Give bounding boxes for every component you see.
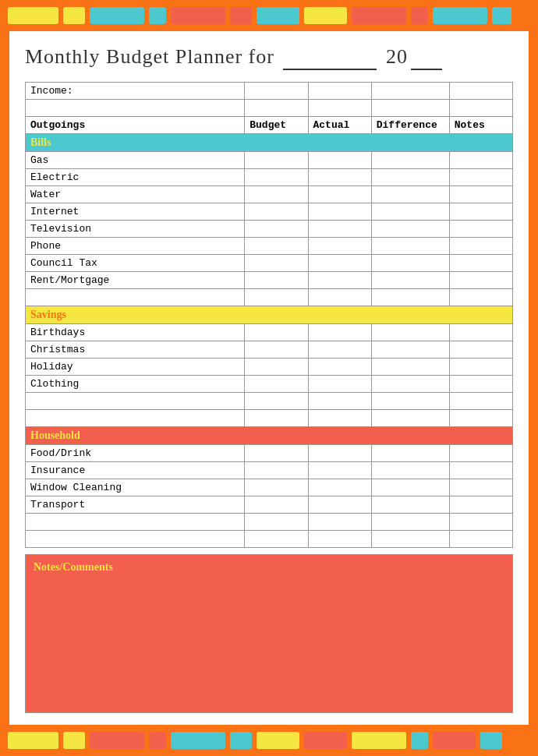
col-header-outgoings: Outgoings xyxy=(26,117,245,134)
household-insurance-row: Insurance xyxy=(26,462,513,479)
budget-table: Income: Outgoings Budget Actual Differen… xyxy=(25,82,513,548)
bills-council-tax-row: Council Tax xyxy=(26,255,513,272)
bottom-bar-block xyxy=(433,732,476,749)
top-bar-block xyxy=(230,7,252,24)
household-food-drink-row: Food/Drink xyxy=(26,445,513,462)
bills-rent-mortgage-label: Rent/Mortgage xyxy=(26,272,245,289)
bills-gas-actual xyxy=(308,152,371,169)
col-header-difference: Difference xyxy=(371,117,449,134)
top-decorative-bar xyxy=(0,0,538,31)
bills-gas-row: Gas xyxy=(26,152,513,169)
top-bar-block xyxy=(304,7,347,24)
bottom-bar-block xyxy=(230,732,252,749)
household-blank-1 xyxy=(26,514,513,531)
bills-gas-budget xyxy=(245,152,308,169)
bills-gas-notes xyxy=(449,152,512,169)
savings-clothing-row: Clothing xyxy=(26,376,513,393)
top-bar-block xyxy=(8,7,58,24)
household-window-cleaning-row: Window Cleaning xyxy=(26,479,513,496)
savings-holiday-label: Holiday xyxy=(26,359,245,376)
income-actual xyxy=(308,83,371,100)
bills-rent-mortgage-row: Rent/Mortgage xyxy=(26,272,513,289)
household-transport-label: Transport xyxy=(26,496,245,514)
top-bar-block xyxy=(352,7,406,24)
bills-television-row: Television xyxy=(26,221,513,238)
top-bar-block xyxy=(257,7,299,24)
bottom-bar-block xyxy=(8,732,58,749)
top-bar-block xyxy=(433,7,487,24)
household-transport-row: Transport xyxy=(26,496,513,514)
bills-internet-row: Internet xyxy=(26,203,513,221)
savings-christmas-label: Christmas xyxy=(26,341,245,359)
bottom-bar-block xyxy=(149,732,166,749)
bills-electric-row: Electric xyxy=(26,169,513,186)
bills-gas-label: Gas xyxy=(26,152,245,169)
section-header-bills: Bills xyxy=(26,134,513,152)
notes-comments-section: Notes/Comments xyxy=(25,554,513,713)
title-year-blank xyxy=(411,45,442,70)
title-name-blank xyxy=(283,45,377,70)
savings-clothing-label: Clothing xyxy=(26,376,245,393)
top-bar-block xyxy=(90,7,144,24)
household-food-drink-label: Food/Drink xyxy=(26,445,245,462)
col-header-budget: Budget xyxy=(245,117,308,134)
bills-water-row: Water xyxy=(26,186,513,203)
bills-phone-row: Phone xyxy=(26,238,513,255)
bottom-bar-block xyxy=(304,732,347,749)
bottom-bar-block xyxy=(411,732,428,749)
household-label: Household xyxy=(26,427,513,445)
household-window-cleaning-label: Window Cleaning xyxy=(26,479,245,496)
section-header-household: Household xyxy=(26,427,513,445)
bottom-decorative-bar xyxy=(0,725,538,756)
page-title: Monthly Budget Planner for 20 xyxy=(25,45,513,70)
bills-label: Bills xyxy=(26,134,513,152)
bills-phone-label: Phone xyxy=(26,238,245,255)
household-insurance-label: Insurance xyxy=(26,462,245,479)
main-content: Monthly Budget Planner for 20 Income: O xyxy=(9,31,529,725)
savings-birthdays-row: Birthdays xyxy=(26,324,513,341)
household-blank-2 xyxy=(26,531,513,548)
income-difference xyxy=(371,83,449,100)
spacer-row xyxy=(26,100,513,117)
bottom-bar-block xyxy=(480,732,502,749)
top-bar-block xyxy=(492,7,511,24)
title-prefix: Monthly Budget Planner for xyxy=(25,45,274,68)
income-row: Income: xyxy=(26,83,513,100)
top-bar-block xyxy=(411,7,428,24)
bottom-bar-block xyxy=(352,732,406,749)
bottom-bar-block xyxy=(90,732,144,749)
col-header-notes: Notes xyxy=(449,117,512,134)
savings-christmas-row: Christmas xyxy=(26,341,513,359)
savings-blank-1 xyxy=(26,393,513,410)
savings-holiday-row: Holiday xyxy=(26,359,513,376)
col-header-actual: Actual xyxy=(308,117,371,134)
spacer-row-2 xyxy=(26,289,513,306)
section-header-savings: Savings xyxy=(26,306,513,324)
savings-birthdays-label: Birthdays xyxy=(26,324,245,341)
income-label: Income: xyxy=(26,83,245,100)
bills-television-label: Television xyxy=(26,221,245,238)
bills-electric-label: Electric xyxy=(26,169,245,186)
bills-internet-label: Internet xyxy=(26,203,245,221)
title-year-prefix: 20 xyxy=(386,45,408,68)
bottom-bar-block xyxy=(257,732,299,749)
top-bar-block xyxy=(63,7,85,24)
bottom-bar-block xyxy=(63,732,85,749)
bottom-bar-block xyxy=(171,732,225,749)
top-bar-block xyxy=(149,7,166,24)
top-bar-block xyxy=(171,7,225,24)
income-budget xyxy=(245,83,308,100)
income-notes xyxy=(449,83,512,100)
column-header-row: Outgoings Budget Actual Difference Notes xyxy=(26,117,513,134)
bills-water-label: Water xyxy=(26,186,245,203)
bills-gas-diff xyxy=(371,152,449,169)
bills-council-tax-label: Council Tax xyxy=(26,255,245,272)
page-container: Monthly Budget Planner for 20 Income: O xyxy=(0,0,538,756)
savings-label: Savings xyxy=(26,306,513,324)
notes-comments-label: Notes/Comments xyxy=(34,561,504,574)
savings-blank-2 xyxy=(26,410,513,427)
